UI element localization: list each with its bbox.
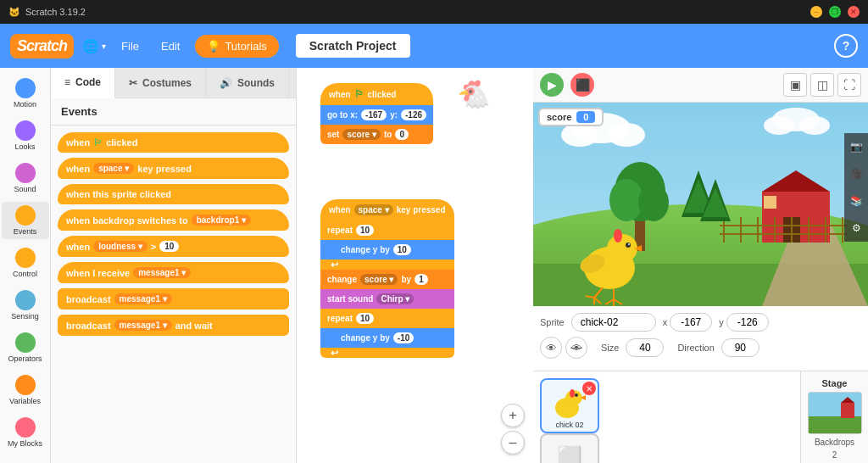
zoom-out-button[interactable]: – <box>501 431 525 455</box>
sprite-name-input[interactable] <box>571 313 656 332</box>
cb-change-y-neg10[interactable]: change y by -10 <box>320 328 454 348</box>
sprite-delete-button[interactable]: ✕ <box>582 382 596 395</box>
control-label: Control <box>13 270 37 278</box>
scratch-logo: Scratch <box>10 34 74 59</box>
code-tab-label: Code <box>75 76 101 88</box>
restore-button[interactable]: ❐ <box>829 6 841 18</box>
block-broadcast[interactable]: broadcast message1 ▾ <box>58 288 289 310</box>
svg-point-51 <box>570 389 575 398</box>
nav-bar: Scratch 🌐 ▾ File Edit 💡 Tutorials Scratc… <box>0 24 868 68</box>
stop-button[interactable]: ⬛ <box>570 73 594 97</box>
direction-input[interactable] <box>721 338 760 357</box>
cb-x-val[interactable]: -167 <box>361 109 387 120</box>
file-menu[interactable]: File <box>114 36 146 56</box>
category-variables[interactable]: Variables <box>2 371 49 409</box>
block-when-receive[interactable]: when I receive message1 ▾ <box>58 262 289 283</box>
project-title[interactable]: Scratch Project <box>296 34 410 58</box>
code-canvas[interactable]: when 🏳 clicked go to x: -167 y: -126 set… <box>297 68 533 463</box>
cb-y-val[interactable]: -126 <box>401 109 426 120</box>
events-dot <box>15 205 36 226</box>
cb-change-y-10[interactable]: change y by 10 <box>320 240 454 259</box>
cb-set-score[interactable]: set score ▾ to 0 <box>320 125 433 144</box>
cb-key-dropdown[interactable]: space ▾ <box>354 204 393 215</box>
category-control[interactable]: Control <box>2 244 49 282</box>
lightbulb-icon: 💡 <box>207 40 220 53</box>
stage-side-icons: 📷 🎥 📚 ⚙ <box>844 133 868 242</box>
category-myblocks[interactable]: My Blocks <box>2 414 49 451</box>
cb-y-10-val[interactable]: 10 <box>393 244 411 255</box>
show-sprite-button[interactable]: 👁 <box>540 337 562 359</box>
edit-menu[interactable]: Edit <box>154 36 186 56</box>
myblocks-dot <box>15 417 36 438</box>
tab-code[interactable]: ≡ Code <box>51 68 115 98</box>
cb-score-val[interactable]: 0 <box>395 129 409 140</box>
cb-goto[interactable]: go to x: -167 y: -126 <box>320 105 433 125</box>
block-categories: Motion Looks Sound Events Control Sensin… <box>0 68 51 463</box>
cb-y-neg10-val[interactable]: -10 <box>393 332 414 343</box>
stage-thumb-svg <box>809 393 861 433</box>
flag-icon: 🏳 <box>354 88 364 100</box>
cb-repeat1-val[interactable]: 10 <box>356 225 374 236</box>
cb-score-var[interactable]: score ▾ <box>342 129 380 140</box>
category-sound[interactable]: Sound <box>2 159 49 197</box>
stage-fullscreen-button[interactable]: ⛶ <box>837 73 861 97</box>
cb-change-score[interactable]: change score ▾ by 1 <box>320 270 454 289</box>
green-flag-button[interactable]: ▶ <box>540 73 564 97</box>
cb-sound-dropdown[interactable]: Chirp ▾ <box>376 293 414 304</box>
tab-sounds[interactable]: 🔊 Sounds <box>206 68 289 98</box>
category-sensing[interactable]: Sensing <box>2 287 49 324</box>
size-label: Size <box>601 343 619 353</box>
block-when-sprite[interactable]: when this sprite clicked <box>58 184 289 204</box>
video-icon[interactable]: 🎥 <box>844 160 868 187</box>
x-input[interactable] <box>670 313 712 332</box>
size-input[interactable] <box>626 338 664 357</box>
category-events[interactable]: Events <box>2 202 49 239</box>
sprite-y-coord: y <box>719 313 769 332</box>
zoom-in-button[interactable]: + <box>501 404 525 427</box>
y-input[interactable] <box>726 313 769 332</box>
tts-icon[interactable]: 📚 <box>844 187 868 215</box>
block-when-flag[interactable]: when 🏳 clicked <box>58 132 289 153</box>
operators-label: Operators <box>8 354 42 363</box>
category-looks[interactable]: Looks <box>2 117 49 154</box>
settings-icon[interactable]: ⚙ <box>844 215 868 242</box>
minimize-button[interactable]: – <box>810 6 822 18</box>
cb-repeat2[interactable]: repeat 10 <box>320 309 454 328</box>
block-when-key[interactable]: when space ▾ key pressed <box>58 158 289 179</box>
block-when-backdrop[interactable]: when backdrop switches to backdrop1 ▾ <box>58 209 289 231</box>
svg-point-33 <box>607 234 637 263</box>
sprite-thumb-2[interactable]: ⬜ Game over <box>540 433 599 463</box>
control-dot <box>15 248 36 268</box>
close-button[interactable]: ✕ <box>848 6 860 18</box>
category-operators[interactable]: Operators <box>2 329 49 366</box>
cb-repeat2-val[interactable]: 10 <box>356 313 374 324</box>
category-motion[interactable]: Motion <box>2 75 49 112</box>
farm-scene <box>533 103 868 306</box>
hide-sprite-button[interactable]: 👁 <box>565 337 587 359</box>
cb-repeat1[interactable]: repeat 10 <box>320 220 454 240</box>
block-palette: when 🏳 clicked when space ▾ key pressed … <box>51 126 296 463</box>
sprite-thumb-chick[interactable]: ✕ chick 02 <box>540 378 599 433</box>
stage-small-view-button[interactable]: ▣ <box>783 73 807 97</box>
block-when-loudness[interactable]: when loudness ▾ > 10 <box>58 236 289 257</box>
cb-when-space[interactable]: when space ▾ key pressed <box>320 199 454 220</box>
zoom-controls: + – <box>501 404 525 455</box>
tab-costumes[interactable]: ✂ Costumes <box>115 68 206 98</box>
help-button[interactable]: ? <box>834 34 858 58</box>
stage-large-view-button[interactable]: ◫ <box>810 73 834 97</box>
cb-score-dropdown2[interactable]: score ▾ <box>360 274 398 285</box>
cb-score-by-val[interactable]: 1 <box>415 274 428 285</box>
sprite-thumb-label: chick 02 <box>555 421 583 429</box>
score-label: score <box>547 112 571 122</box>
cb-when-flag[interactable]: when 🏳 clicked <box>320 83 433 105</box>
variables-label: Variables <box>9 397 41 405</box>
cb-repeat1-end: ↩ <box>320 259 454 270</box>
block-broadcast-wait[interactable]: broadcast message1 ▾ and wait <box>58 315 289 336</box>
stage-thumb-image[interactable] <box>808 392 862 434</box>
camera-icon[interactable]: 📷 <box>844 133 868 160</box>
tab-bar: ≡ Code ✂ Costumes 🔊 Sounds <box>51 68 296 98</box>
globe-button[interactable]: 🌐 ▾ <box>82 38 106 54</box>
svg-rect-54 <box>841 403 854 418</box>
cb-start-sound[interactable]: start sound Chirp ▾ <box>320 289 454 309</box>
tutorials-button[interactable]: 💡 Tutorials <box>195 35 278 58</box>
